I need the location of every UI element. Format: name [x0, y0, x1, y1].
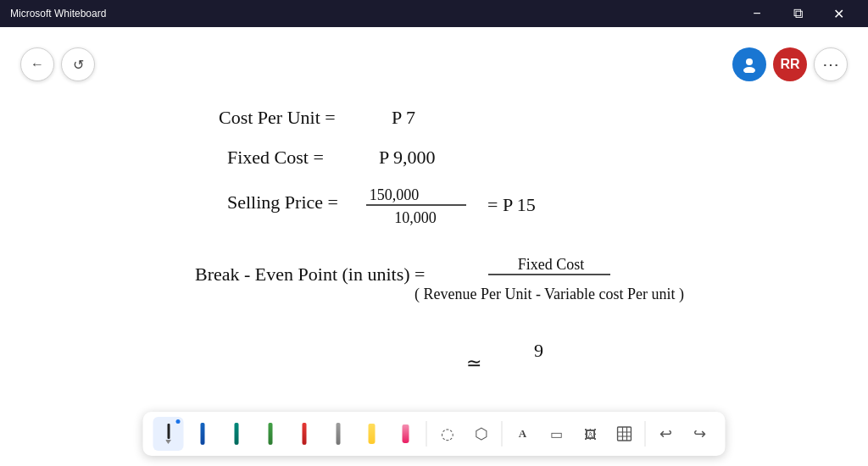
user-rr-initials: RR: [780, 57, 799, 72]
active-indicator: [176, 419, 181, 424]
menu-icon: ⋯: [822, 54, 840, 75]
svg-rect-2: [618, 427, 632, 441]
equation-line2: Fixed Cost =: [227, 147, 324, 168]
undo-icon: ↩: [659, 424, 672, 443]
lasso-select-tool[interactable]: ◌: [432, 417, 463, 451]
window-controls: − ⧉ ✕: [737, 0, 858, 27]
redo-button[interactable]: ↪: [685, 417, 715, 451]
redo-icon: ↪: [693, 424, 706, 443]
whiteboard-canvas[interactable]: ← ↺ RR ⋯ .hw { font-family: 'Segoe Scrip…: [0, 27, 868, 466]
equation-approx: ≃: [466, 352, 481, 374]
equation-result: 9: [534, 340, 543, 361]
equation-numerator: 150,000: [370, 186, 420, 203]
lasso-icon: ◌: [441, 424, 454, 443]
shape-icon: ⬡: [475, 424, 488, 443]
close-button[interactable]: ✕: [819, 0, 858, 27]
highlighter-yellow-tool[interactable]: [357, 417, 387, 451]
shape-tool[interactable]: ⬡: [466, 417, 497, 451]
equation-p9000: P 9,000: [379, 147, 435, 168]
pen-teal-tool[interactable]: [221, 417, 252, 451]
back-button[interactable]: ←: [20, 47, 54, 81]
title-bar-left: Microsoft Whiteboard: [10, 8, 106, 19]
image-tool[interactable]: 🖼: [576, 417, 606, 451]
equation-denominator: 10,000: [394, 209, 437, 226]
user-avatar-blue[interactable]: [732, 47, 766, 81]
pen-blue-tool[interactable]: [187, 417, 218, 451]
equation-selling-price-label: Selling Price =: [227, 191, 338, 213]
rectangle-tool[interactable]: ▭: [542, 417, 572, 451]
equation-line1: Cost Per Unit =: [219, 107, 336, 128]
menu-button[interactable]: ⋯: [814, 47, 848, 81]
refresh-button[interactable]: ↺: [61, 47, 95, 81]
maximize-button[interactable]: ⧉: [778, 0, 817, 27]
separator-1: [426, 421, 427, 447]
text-tool[interactable]: A: [508, 417, 538, 451]
equation-bep-denominator: ( Revenue Per Unit - Variable cost Per u…: [415, 286, 684, 303]
equation-bep-label: Break - Even Point (in units) =: [195, 264, 425, 285]
pen-red-tool[interactable]: [289, 417, 320, 451]
minimize-button[interactable]: −: [737, 0, 776, 27]
user-icon: [741, 56, 758, 73]
nav-buttons: ← ↺: [20, 47, 95, 81]
rectangle-icon: ▭: [550, 426, 563, 442]
pencil-black-tool[interactable]: [153, 417, 184, 451]
image-icon: 🖼: [584, 427, 597, 441]
pen-gray-tool[interactable]: [323, 417, 353, 451]
app-title: Microsoft Whiteboard: [10, 8, 106, 19]
separator-2: [502, 421, 503, 447]
pen-green-tool[interactable]: [255, 417, 286, 451]
title-bar: Microsoft Whiteboard − ⧉ ✕: [0, 0, 868, 27]
separator-3: [645, 421, 646, 447]
drawing-toolbar: ◌ ⬡ A ▭ 🖼: [143, 412, 726, 456]
top-right-controls: RR ⋯: [732, 47, 848, 81]
undo-button[interactable]: ↩: [651, 417, 682, 451]
equation-equals-p15: = P 15: [487, 194, 536, 215]
user-avatar-rr[interactable]: RR: [773, 47, 807, 81]
svg-point-0: [746, 58, 753, 65]
svg-point-1: [743, 67, 755, 73]
equation-p7: P 7: [392, 107, 415, 128]
text-icon: A: [519, 427, 526, 441]
table-icon: [617, 426, 632, 441]
table-tool[interactable]: [609, 417, 640, 451]
equation-bep-numerator: Fixed Cost: [518, 256, 585, 273]
math-content: .hw { font-family: 'Segoe Script', 'Brus…: [0, 27, 868, 466]
eraser-tool[interactable]: [391, 417, 421, 451]
